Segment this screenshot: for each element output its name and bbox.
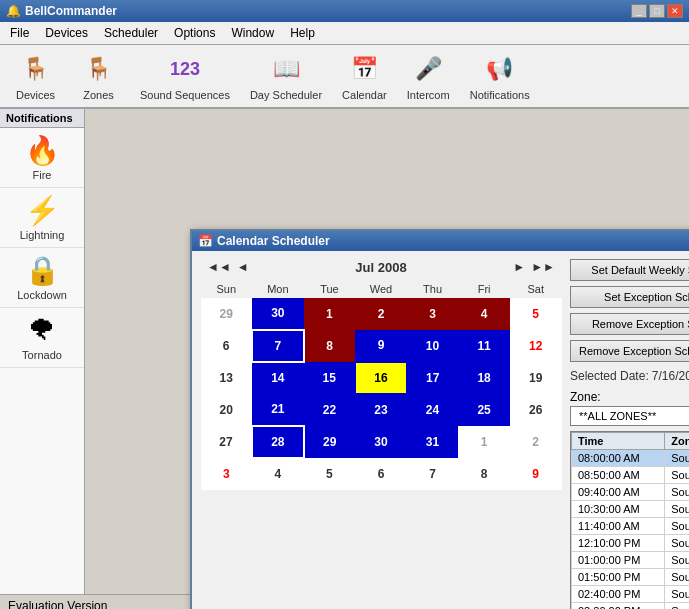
cal-day[interactable]: 25 <box>458 394 510 426</box>
schedule-row[interactable]: 08:50:00 AMSound Card <box>572 467 690 484</box>
remove-exception-schedule-range-button[interactable]: Remove Exception Schedule Range <box>570 340 689 362</box>
cal-next-next-button[interactable]: ►► <box>528 259 558 275</box>
toolbar-devices[interactable]: 🪑 Devices <box>8 49 63 103</box>
cal-day[interactable]: 1 <box>304 298 356 330</box>
cal-day[interactable]: 2 <box>510 426 562 458</box>
cal-day[interactable]: 9 <box>510 458 562 490</box>
devices-icon: 🪑 <box>18 51 54 87</box>
menu-file[interactable]: File <box>4 24 35 42</box>
toolbar-day-scheduler-label: Day Scheduler <box>250 89 322 101</box>
cal-day[interactable]: 22 <box>304 394 356 426</box>
sidebar-item-fire[interactable]: 🔥 Fire <box>0 128 84 188</box>
app-title: BellCommander <box>25 4 117 18</box>
cal-day[interactable]: 8 <box>458 458 510 490</box>
toolbar-intercom[interactable]: 🎤 Intercom <box>401 49 456 103</box>
remove-exception-schedule-button[interactable]: Remove Exception Schedule <box>570 313 689 335</box>
menu-scheduler[interactable]: Scheduler <box>98 24 164 42</box>
cal-day[interactable]: 19 <box>510 362 562 394</box>
day-scheduler-icon: 📖 <box>268 51 304 87</box>
cal-day[interactable]: 18 <box>458 362 510 394</box>
menu-options[interactable]: Options <box>168 24 221 42</box>
cal-day[interactable]: 17 <box>407 362 459 394</box>
cal-day[interactable]: 29 <box>201 298 253 330</box>
sidebar-item-tornado[interactable]: 🌪 Tornado <box>0 308 84 368</box>
cal-prev-button[interactable]: ◄ <box>234 259 252 275</box>
schedule-row[interactable]: 02:40:00 PMSound Card <box>572 586 690 603</box>
cal-header-fri: Fri <box>458 281 510 298</box>
cal-day[interactable]: 24 <box>407 394 459 426</box>
cal-day[interactable]: 21 <box>252 394 304 426</box>
cal-day[interactable]: 23 <box>355 394 407 426</box>
cal-day[interactable]: 15 <box>304 362 356 394</box>
cal-day[interactable]: 30 <box>355 426 407 458</box>
toolbar-sound-sequences[interactable]: 123 Sound Sequences <box>134 49 236 103</box>
schedule-row[interactable]: 12:10:00 PMSound Card <box>572 535 690 552</box>
schedule-row[interactable]: 09:40:00 AMSound Card <box>572 484 690 501</box>
zone-select[interactable]: **ALL ZONES** <box>570 406 689 426</box>
cal-day[interactable]: 14 <box>252 362 304 394</box>
toolbar-notifications[interactable]: 📢 Notifications <box>464 49 536 103</box>
cal-day[interactable]: 3 <box>407 298 459 330</box>
cal-day[interactable]: 13 <box>201 362 253 394</box>
schedule-row[interactable]: 01:50:00 PMSound Card <box>572 569 690 586</box>
schedule-row[interactable]: 08:00:00 AMSound Card <box>572 450 690 467</box>
cal-day[interactable]: 29 <box>304 426 356 458</box>
schedule-zone: Sound Card <box>665 603 689 610</box>
sidebar-lockdown-label: Lockdown <box>17 289 67 301</box>
toolbar-day-scheduler[interactable]: 📖 Day Scheduler <box>244 49 328 103</box>
cal-day[interactable]: 5 <box>510 298 562 330</box>
cal-day[interactable]: 7 <box>252 330 304 362</box>
cal-day[interactable]: 4 <box>252 458 304 490</box>
cal-day[interactable]: 9 <box>355 330 407 362</box>
cal-header-wed: Wed <box>355 281 407 298</box>
toolbar-calendar[interactable]: 📅 Calendar <box>336 49 393 103</box>
schedule-row[interactable]: 03:30:00 PMSound Card <box>572 603 690 610</box>
sidebar-item-lockdown[interactable]: 🔒 Lockdown <box>0 248 84 308</box>
cal-day[interactable]: 31 <box>407 426 459 458</box>
schedule-zone: Sound Card <box>665 586 689 603</box>
cal-day[interactable]: 28 <box>252 426 304 458</box>
cal-next-button[interactable]: ► <box>510 259 528 275</box>
schedule-row[interactable]: 01:00:00 PMSound Card <box>572 552 690 569</box>
cal-day[interactable]: 8 <box>304 330 356 362</box>
maximize-button[interactable]: □ <box>649 4 665 18</box>
notifications-icon: 📢 <box>482 51 518 87</box>
cal-day[interactable]: 5 <box>304 458 356 490</box>
cal-day[interactable]: 20 <box>201 394 253 426</box>
set-exception-schedule-button[interactable]: Set Exception Schedule <box>570 286 689 308</box>
cal-right: Set Default Weekly Schedule Set Exceptio… <box>570 259 689 609</box>
cal-day[interactable]: 2 <box>355 298 407 330</box>
cal-day[interactable]: 1 <box>458 426 510 458</box>
lockdown-icon: 🔒 <box>25 254 60 287</box>
cal-day[interactable]: 10 <box>407 330 459 362</box>
cal-day[interactable]: 6 <box>355 458 407 490</box>
schedule-time: 08:50:00 AM <box>572 467 665 484</box>
schedule-row[interactable]: 10:30:00 AMSound Card <box>572 501 690 518</box>
cal-day[interactable]: 16 <box>355 362 407 394</box>
schedule-row[interactable]: 11:40:00 AMSound Card <box>572 518 690 535</box>
menu-help[interactable]: Help <box>284 24 321 42</box>
set-default-weekly-schedule-button[interactable]: Set Default Weekly Schedule <box>570 259 689 281</box>
cal-day[interactable]: 7 <box>407 458 459 490</box>
minimize-button[interactable]: _ <box>631 4 647 18</box>
cal-day[interactable]: 11 <box>458 330 510 362</box>
cal-day[interactable]: 12 <box>510 330 562 362</box>
cal-header-sat: Sat <box>510 281 562 298</box>
toolbar-zones[interactable]: 🪑 Zones <box>71 49 126 103</box>
cal-day[interactable]: 6 <box>201 330 253 362</box>
cal-day[interactable]: 4 <box>458 298 510 330</box>
cal-body: ◄◄ ◄ Jul 2008 ► ►► Sun M <box>192 251 689 609</box>
schedule-time: 01:00:00 PM <box>572 552 665 569</box>
menu-devices[interactable]: Devices <box>39 24 94 42</box>
close-button[interactable]: ✕ <box>667 4 683 18</box>
cal-prev-prev-button[interactable]: ◄◄ <box>204 259 234 275</box>
cal-day[interactable]: 27 <box>201 426 253 458</box>
menu-window[interactable]: Window <box>225 24 280 42</box>
cal-day[interactable]: 26 <box>510 394 562 426</box>
zone-label: Zone: <box>570 390 689 404</box>
sidebar-item-lightning[interactable]: ⚡ Lightning <box>0 188 84 248</box>
cal-day[interactable]: 3 <box>201 458 253 490</box>
schedule-table-container[interactable]: Time Zone 08:00:00 AMSound Card08:50:00 … <box>570 431 689 609</box>
cal-day[interactable]: 30 <box>252 298 304 330</box>
intercom-icon: 🎤 <box>410 51 446 87</box>
